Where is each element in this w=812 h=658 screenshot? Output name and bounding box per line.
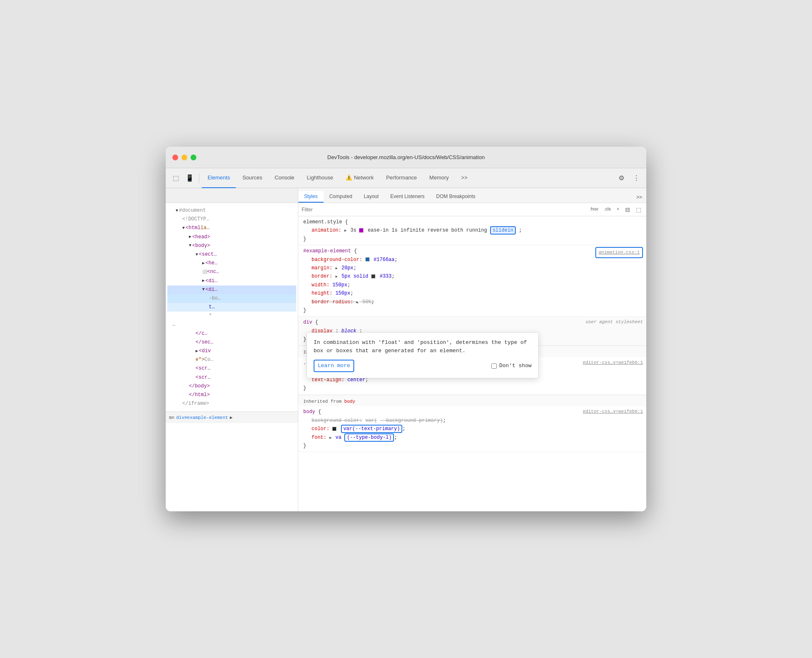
tab-computed[interactable]: Computed — [324, 191, 358, 203]
tab-event-listeners[interactable]: Event Listeners — [384, 191, 430, 203]
dom-line[interactable]: </html> — [167, 391, 296, 399]
dom-line[interactable]: ▼ <sect… — [167, 250, 296, 259]
css-prop-color: color: var(--text-primary); — [312, 425, 641, 433]
dom-line[interactable]: ▶ <di… — [167, 277, 296, 285]
dom-line[interactable]: ▼ #document — [167, 206, 296, 215]
settings-icon[interactable]: ⚙ — [615, 172, 628, 185]
styles-panel: Styles Computed Layout Event Listeners D… — [298, 188, 646, 511]
dom-panel: ▼ #document <!DOCTYP… ▼ <html la… — [166, 188, 298, 511]
timing-swatch[interactable] — [359, 228, 363, 232]
dom-tree: ▼ #document <!DOCTYP… ▼ <html la… — [166, 203, 298, 411]
tab-more[interactable]: >> — [455, 168, 473, 188]
window-title: DevTools - developer.mozilla.org/en-US/d… — [327, 154, 485, 160]
inspect-icon[interactable]: ⬚ — [169, 172, 182, 185]
css-close-brace: } — [303, 442, 641, 450]
dom-line[interactable]: </c… — [167, 329, 296, 338]
css-prop-bg: background-color: #1766aa; — [312, 256, 641, 264]
warning-icon: ⚠️ — [346, 174, 352, 181]
dom-line[interactable]: t… — [167, 303, 296, 312]
css-rule-element-style: element.style { animation: ▶ 3s ease-in … — [298, 216, 646, 245]
border-color-swatch[interactable] — [371, 274, 375, 278]
animation-css-link[interactable]: animation.css:1 — [599, 250, 640, 255]
tooltip-footer: Learn more Don't show — [314, 360, 532, 372]
dom-line[interactable]: <scr… — [167, 373, 296, 382]
styles-content: element.style { animation: ▶ 3s ease-in … — [298, 216, 646, 511]
css-prop-font: font: ▶ va (--type-body-l); — [312, 433, 641, 442]
bg-color-swatch[interactable] — [365, 257, 370, 261]
dont-show-checkbox[interactable] — [491, 363, 497, 369]
tooltip-popup: In combination with 'float' and 'positio… — [307, 332, 539, 378]
tab-elements[interactable]: Elements — [202, 168, 236, 188]
filter-input[interactable] — [302, 207, 585, 213]
toolbar: ⬚ 📱 Elements Sources Console Lighthouse … — [166, 168, 646, 188]
tab-memory[interactable]: Memory — [423, 168, 454, 188]
css-prop-bg-color: background-color: var( --background-prim… — [312, 416, 641, 425]
tab-styles[interactable]: Styles — [298, 191, 324, 203]
dom-line[interactable]: ▶ <div — [167, 347, 296, 356]
more-icon[interactable]: ⋮ — [630, 172, 643, 185]
cls-badge[interactable]: .cls — [602, 206, 613, 213]
border-triangle[interactable]: ▶ — [336, 275, 338, 279]
plus-badge[interactable]: + — [615, 206, 621, 213]
dont-show-label: Don't show — [499, 361, 532, 370]
dom-line[interactable]: </body> — [167, 382, 296, 391]
main-content: ▼ #document <!DOCTYP… ▼ <html la… — [166, 188, 646, 511]
br-triangle[interactable]: ▶ — [356, 300, 358, 305]
chevron-right-icon: ▶ — [230, 415, 233, 420]
editor-css-link[interactable]: editor-css…v=ae1feb6:1 — [583, 359, 643, 367]
dom-line[interactable]: ▶ <he… — [167, 259, 296, 268]
body-link[interactable]: body — [344, 399, 355, 404]
dom-subtoolbar — [166, 188, 298, 203]
toolbar-right: ⚙ ⋮ — [615, 172, 643, 185]
type-body-highlight: (--type-body-l) — [344, 433, 394, 442]
tab-layout[interactable]: Layout — [358, 191, 384, 203]
dom-line[interactable]: ▼ <di… — [167, 285, 296, 294]
tooltip-text: In combination with 'float' and 'positio… — [314, 339, 532, 355]
dom-line[interactable]: … — [167, 320, 296, 329]
css-rule-selector: #example-element { — [303, 247, 641, 255]
dom-line[interactable]: </iframe> — [167, 399, 296, 408]
tab-dom-breakpoints[interactable]: DOM Breakpoints — [430, 191, 481, 203]
css-close-brace: } — [303, 235, 641, 243]
color-swatch-body[interactable] — [332, 427, 336, 431]
dom-line[interactable]: </sec… — [167, 338, 296, 347]
tab-performance[interactable]: Performance — [380, 168, 423, 188]
learn-more-link[interactable]: Learn more — [314, 360, 354, 372]
dom-bottom-bar: mn div#example-element ▶ — [166, 411, 298, 423]
dom-line[interactable]: ▼ <html la… — [167, 224, 296, 232]
dom-line[interactable]: ▼ <body> — [167, 242, 296, 250]
toggle-badge[interactable]: ⊟ — [624, 206, 632, 213]
minimize-button[interactable] — [181, 155, 187, 160]
dom-line[interactable]: e">Co… — [167, 356, 296, 364]
tab-sources[interactable]: Sources — [237, 168, 268, 188]
maximize-button[interactable] — [191, 155, 196, 160]
filter-bar: :hov .cls + ⊟ ⬚ — [298, 203, 646, 216]
css-prop-width: width: 150px; — [312, 281, 641, 289]
bottom-bar-selector[interactable]: div#example-element — [176, 415, 228, 420]
dom-line[interactable]: -bo… — [167, 294, 296, 303]
css-prop-border: border: ▶ 5px solid #333; — [312, 272, 641, 281]
css-rule-body: body { editor-css…v=ae1feb6:1 background… — [298, 406, 646, 452]
font-triangle[interactable]: ▶ — [329, 436, 331, 440]
css-prop-margin: margin: ▶ 20px; — [312, 264, 641, 272]
dom-line[interactable]: <scr… — [167, 364, 296, 373]
tab-more-styles[interactable]: >> — [632, 192, 646, 203]
dom-line[interactable]: * — [167, 312, 296, 320]
tab-lighthouse[interactable]: Lighthouse — [301, 168, 339, 188]
user-agent-label: user agent stylesheet — [585, 318, 643, 326]
close-button[interactable] — [172, 155, 178, 160]
dom-line[interactable]: ⬜ <nc… — [167, 268, 296, 276]
expand-triangle[interactable]: ▶ — [344, 229, 346, 233]
margin-triangle[interactable]: ▶ — [336, 266, 338, 271]
dom-line[interactable]: <!DOCTYP… — [167, 215, 296, 224]
dom-line[interactable]: ▶ <head> — [167, 233, 296, 242]
hov-badge[interactable]: :hov — [588, 206, 600, 213]
new-rule-badge[interactable]: ⬚ — [634, 206, 643, 213]
animation-css-box: animation.css:1 — [595, 247, 643, 258]
device-icon[interactable]: 📱 — [183, 172, 196, 185]
tab-console[interactable]: Console — [269, 168, 300, 188]
text-primary-highlight: var(--text-primary) — [341, 425, 403, 433]
editor-css-link2[interactable]: editor-css…v=ae1feb6:1 — [583, 408, 643, 416]
tab-network[interactable]: ⚠️ Network — [340, 168, 379, 188]
devtools-window: DevTools - developer.mozilla.org/en-US/d… — [166, 147, 646, 511]
